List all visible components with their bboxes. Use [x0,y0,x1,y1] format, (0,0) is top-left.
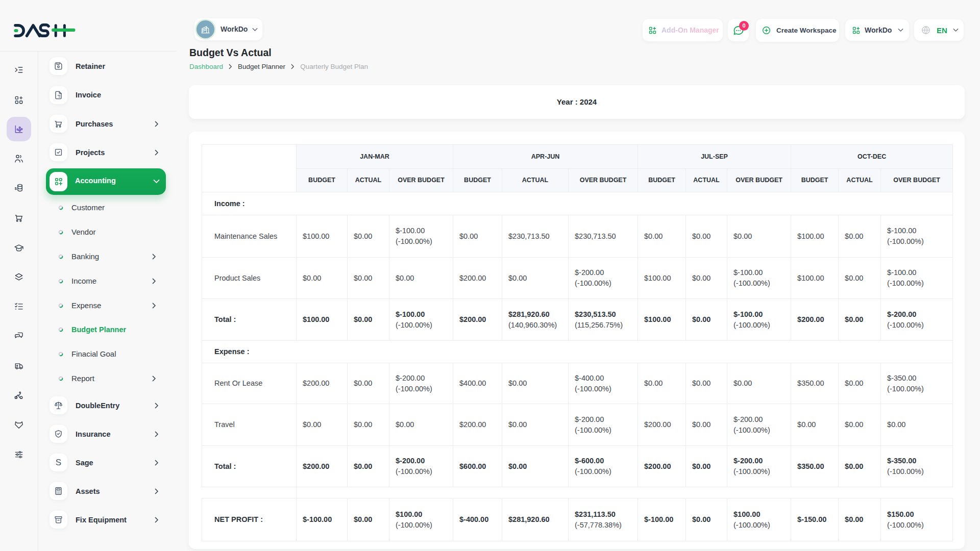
svg-text:$: $ [15,186,17,191]
